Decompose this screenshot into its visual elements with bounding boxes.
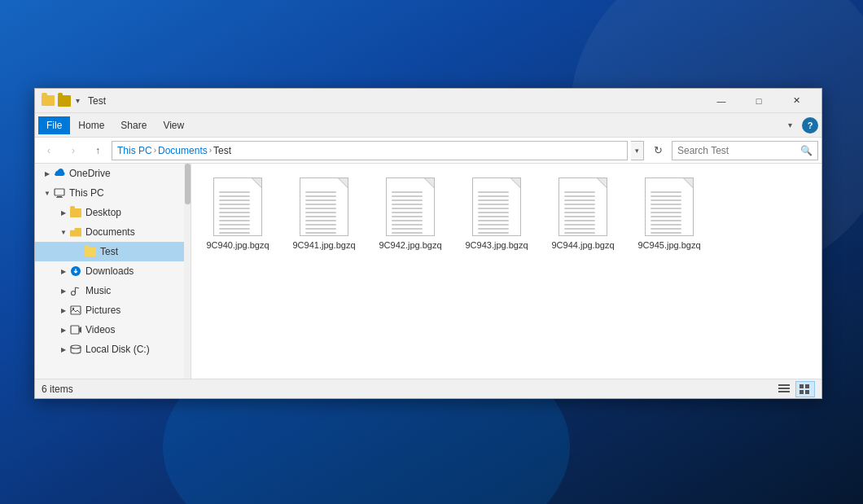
up-button[interactable]: ↑ xyxy=(87,140,108,161)
sidebar-item-thispc[interactable]: ▼ This PC xyxy=(35,183,191,203)
file-item-5[interactable]: 9C945.jpg.bgzq xyxy=(633,173,706,255)
sidebar-scrollbar[interactable] xyxy=(184,164,191,379)
svg-rect-16 xyxy=(799,390,804,394)
status-bar: 6 items xyxy=(35,379,821,398)
svg-rect-2 xyxy=(56,197,63,198)
svg-line-6 xyxy=(76,287,80,288)
search-icon[interactable]: 🔍 xyxy=(800,145,813,156)
title-controls: — □ ✕ xyxy=(703,89,815,113)
menu-expand-arrow[interactable]: ▾ xyxy=(782,117,799,133)
refresh-button[interactable]: ↻ xyxy=(647,140,668,161)
details-view-button[interactable] xyxy=(774,381,794,397)
svg-rect-15 xyxy=(805,384,809,388)
expand-arrow-music: ▶ xyxy=(58,285,69,296)
file-icon-3 xyxy=(472,177,521,236)
explorer-window: ▾ Test — □ ✕ File Home Share View ▾ ? ‹ … xyxy=(34,88,822,399)
sidebar-label-onedrive: OneDrive xyxy=(69,168,111,179)
sidebar-label-documents: Documents xyxy=(85,226,135,238)
back-button[interactable]: ‹ xyxy=(38,140,59,161)
desktop-folder-icon xyxy=(69,206,82,219)
menu-share[interactable]: Share xyxy=(112,116,155,134)
downloads-icon xyxy=(69,265,82,278)
expand-arrow-thispc: ▼ xyxy=(42,187,53,199)
sidebar-label-music: Music xyxy=(85,285,111,296)
search-box[interactable]: 🔍 xyxy=(672,141,818,160)
forward-button[interactable]: › xyxy=(63,140,84,161)
file-item-3[interactable]: 9C943.jpg.bgzq xyxy=(460,173,533,255)
close-button[interactable]: ✕ xyxy=(778,89,815,113)
expand-arrow-onedrive: ▶ xyxy=(42,168,53,179)
sidebar-item-pictures[interactable]: ▶ Pictures xyxy=(35,300,191,320)
sidebar-item-videos[interactable]: ▶ Videos xyxy=(35,320,191,340)
minimize-button[interactable]: — xyxy=(703,89,740,113)
file-item-4[interactable]: 9C944.jpg.bgzq xyxy=(546,173,620,255)
file-name-2: 9C942.jpg.bgzq xyxy=(379,239,441,251)
sidebar-label-thispc: This PC xyxy=(69,187,104,199)
sidebar-label-videos: Videos xyxy=(85,324,115,335)
test-folder-icon xyxy=(84,245,97,258)
file-icon-4 xyxy=(559,177,607,236)
menu-view[interactable]: View xyxy=(155,116,192,134)
menu-bar: File Home Share View ▾ ? xyxy=(35,113,821,138)
svg-rect-11 xyxy=(778,384,790,386)
expand-arrow-pictures: ▶ xyxy=(58,305,69,316)
expand-arrow-videos: ▶ xyxy=(58,324,69,335)
title-folder-icon xyxy=(42,95,55,106)
icon-view-button[interactable] xyxy=(795,381,815,397)
expand-arrow-downloads: ▶ xyxy=(58,265,69,277)
sidebar-item-music[interactable]: ▶ Music xyxy=(35,281,191,300)
svg-rect-0 xyxy=(55,189,64,195)
expand-arrow-desktop: ▶ xyxy=(58,207,69,218)
address-path[interactable]: This PC › Documents › Test xyxy=(112,141,628,160)
computer-icon xyxy=(53,186,66,199)
menu-file[interactable]: File xyxy=(38,116,70,134)
disk-icon xyxy=(69,343,82,356)
sidebar-scrollbar-thumb[interactable] xyxy=(185,164,191,204)
svg-point-10 xyxy=(71,345,81,348)
main-content: ▶ OneDrive ▼ This PC ▶ Desktop ▼ xyxy=(35,164,821,379)
file-name-3: 9C943.jpg.bgzq xyxy=(465,239,528,251)
title-folder-small-icon xyxy=(58,95,71,107)
title-bar: ▾ Test — □ ✕ xyxy=(35,89,821,113)
file-icon-5 xyxy=(645,177,694,236)
sidebar-item-onedrive[interactable]: ▶ OneDrive xyxy=(35,164,191,183)
file-item-2[interactable]: 9C942.jpg.bgzq xyxy=(374,173,447,255)
file-name-1: 9C941.jpg.bgzq xyxy=(292,239,355,251)
search-input[interactable] xyxy=(677,145,800,156)
sidebar-label-downloads: Downloads xyxy=(85,265,134,277)
svg-rect-9 xyxy=(71,326,79,334)
address-dropdown[interactable]: ▾ xyxy=(631,141,644,160)
sidebar-item-test[interactable]: ▶ Test xyxy=(35,242,191,261)
sidebar-item-documents[interactable]: ▼ Documents xyxy=(35,222,191,242)
view-buttons xyxy=(774,381,815,397)
maximize-button[interactable]: □ xyxy=(740,89,778,113)
file-name-5: 9C945.jpg.bgzq xyxy=(637,239,700,251)
file-icon-1 xyxy=(300,177,348,236)
file-item-1[interactable]: 9C941.jpg.bgzq xyxy=(287,173,361,255)
svg-rect-12 xyxy=(778,388,790,389)
svg-rect-14 xyxy=(799,384,804,388)
breadcrumb-test: Test xyxy=(213,145,231,156)
expand-arrow-documents: ▼ xyxy=(58,226,69,238)
sidebar-label-test: Test xyxy=(100,246,118,257)
file-name-0: 9C940.jpg.bgzq xyxy=(206,239,269,251)
onedrive-icon xyxy=(53,167,66,180)
expand-arrow-localdisk: ▶ xyxy=(58,344,69,355)
sidebar-label-pictures: Pictures xyxy=(85,305,120,316)
videos-icon xyxy=(69,323,82,336)
address-bar: ‹ › ↑ This PC › Documents › Test ▾ ↻ 🔍 xyxy=(35,138,821,164)
svg-point-4 xyxy=(72,291,76,296)
sidebar-item-localdisk[interactable]: ▶ Local Disk (C:) xyxy=(35,340,191,359)
sidebar-item-downloads[interactable]: ▶ Downloads xyxy=(35,261,191,281)
svg-rect-1 xyxy=(57,196,62,197)
sidebar-item-desktop[interactable]: ▶ Desktop xyxy=(35,203,191,222)
menu-home[interactable]: Home xyxy=(70,116,112,134)
file-icon-0 xyxy=(213,177,262,236)
sidebar-label-desktop: Desktop xyxy=(85,207,121,218)
file-view: 9C940.jpg.bgzq 9C941.jpg.bgzq xyxy=(191,164,821,379)
help-button[interactable]: ? xyxy=(802,117,818,134)
breadcrumb-this-pc[interactable]: This PC xyxy=(117,145,152,156)
breadcrumb-documents[interactable]: Documents xyxy=(158,145,208,156)
status-count: 6 items xyxy=(42,383,774,395)
file-item-0[interactable]: 9C940.jpg.bgzq xyxy=(201,173,274,255)
